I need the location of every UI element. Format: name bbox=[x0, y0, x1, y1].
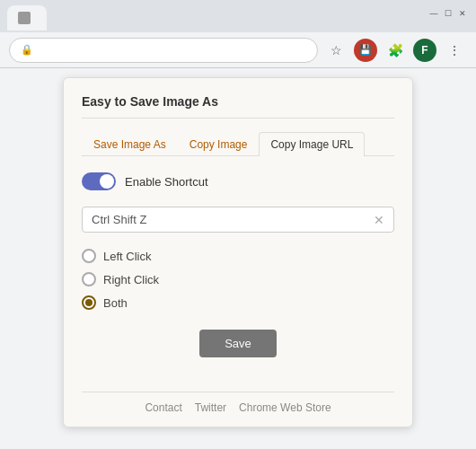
save-button-row: Save bbox=[82, 330, 394, 357]
extension-popup: Easy to Save Image As Save Image As Copy… bbox=[63, 77, 413, 427]
shortcut-clear-button[interactable]: ✕ bbox=[374, 214, 384, 226]
browser-toolbar: 🔒 ☆ 💾 🧩 F ⋮ bbox=[0, 32, 476, 68]
both-option[interactable]: Both bbox=[82, 295, 394, 310]
right-click-radio[interactable] bbox=[82, 272, 96, 286]
minimize-button[interactable]: — bbox=[428, 7, 440, 20]
extension-icon[interactable]: 💾 bbox=[354, 39, 377, 62]
title-bar: — ☐ ✕ bbox=[0, 0, 476, 32]
tab-favicon bbox=[18, 12, 31, 24]
tab-copy-image[interactable]: Copy Image bbox=[178, 132, 260, 156]
right-click-option[interactable]: Right Click bbox=[82, 272, 394, 286]
both-label: Both bbox=[103, 296, 128, 310]
window-controls: — ☐ ✕ bbox=[428, 7, 469, 20]
enable-shortcut-row: Enable Shortcut bbox=[82, 172, 394, 190]
shortcut-input-row: ✕ bbox=[82, 207, 394, 233]
left-click-label: Left Click bbox=[103, 250, 151, 263]
click-type-radio-group: Left Click Right Click Both bbox=[82, 249, 394, 310]
footer: Contact Twitter Chrome Web Store bbox=[82, 392, 394, 414]
close-button[interactable]: ✕ bbox=[456, 7, 469, 20]
left-click-radio[interactable] bbox=[82, 249, 96, 263]
right-click-label: Right Click bbox=[103, 273, 159, 286]
twitter-link[interactable]: Twitter bbox=[195, 401, 226, 414]
tab-copy-image-url[interactable]: Copy Image URL bbox=[259, 132, 365, 156]
contact-link[interactable]: Contact bbox=[145, 401, 181, 414]
maximize-button[interactable]: ☐ bbox=[442, 7, 454, 20]
tab-bar: Save Image As Copy Image Copy Image URL bbox=[82, 131, 394, 156]
tab-save-image-as[interactable]: Save Image As bbox=[82, 132, 178, 156]
both-radio[interactable] bbox=[82, 295, 96, 310]
left-click-option[interactable]: Left Click bbox=[82, 249, 394, 263]
puzzle-icon[interactable]: 🧩 bbox=[383, 38, 408, 63]
enable-shortcut-toggle[interactable] bbox=[82, 172, 116, 190]
chrome-web-store-link[interactable]: Chrome Web Store bbox=[239, 401, 331, 414]
browser-tab[interactable] bbox=[7, 5, 47, 31]
profile-avatar[interactable]: F bbox=[413, 39, 436, 62]
enable-shortcut-label: Enable Shortcut bbox=[125, 175, 208, 189]
popup-title: Easy to Save Image As bbox=[82, 94, 394, 119]
save-button[interactable]: Save bbox=[199, 330, 277, 357]
page-background: Easy to Save Image As Save Image As Copy… bbox=[0, 68, 476, 449]
shortcut-input[interactable] bbox=[92, 213, 374, 226]
menu-icon[interactable]: ⋮ bbox=[442, 38, 467, 63]
star-icon[interactable]: ☆ bbox=[323, 38, 348, 63]
